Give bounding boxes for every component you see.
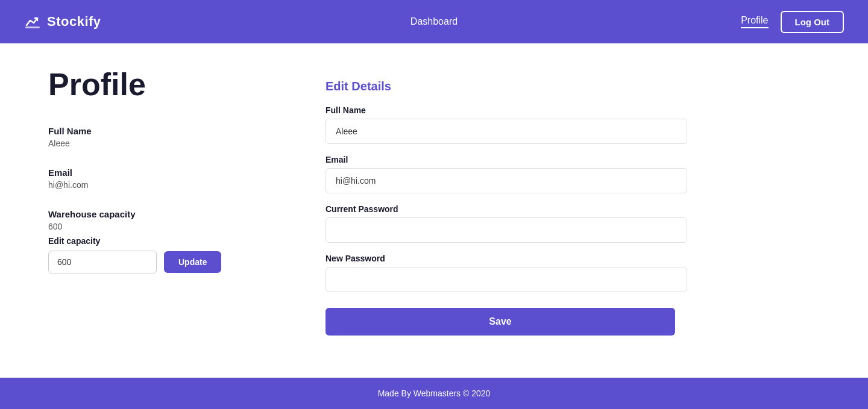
logo-text: Stockify: [47, 14, 101, 30]
svg-rect-0: [25, 27, 40, 28]
email-section: Email hi@hi.com: [48, 167, 301, 190]
footer: Made By Webmasters © 2020: [0, 378, 868, 409]
form-new-password-input[interactable]: [326, 267, 687, 292]
warehouse-section: Warehouse capacity 600 Edit capacity Upd…: [48, 209, 301, 273]
form-current-password-input[interactable]: [326, 217, 687, 243]
warehouse-capacity-label: Warehouse capacity: [48, 209, 301, 219]
save-button[interactable]: Save: [326, 308, 675, 336]
form-current-password-label: Current Password: [326, 204, 687, 214]
edit-details-title: Edit Details: [326, 80, 687, 93]
form-email-input[interactable]: [326, 168, 687, 193]
left-panel: Profile Full Name Aleee Email hi@hi.com …: [48, 67, 301, 354]
form-email-label: Email: [326, 155, 687, 164]
form-full-name-label: Full Name: [326, 105, 687, 115]
email-label: Email: [48, 167, 301, 178]
form-current-password-group: Current Password: [326, 204, 687, 243]
nav-profile-link[interactable]: Profile: [741, 15, 768, 28]
form-full-name-input[interactable]: [326, 119, 687, 144]
form-full-name-group: Full Name: [326, 105, 687, 144]
form-new-password-group: New Password: [326, 254, 687, 292]
navbar-logo-area: Stockify: [24, 13, 101, 30]
edit-capacity-label: Edit capacity: [48, 236, 301, 246]
stockify-logo-icon: [24, 13, 41, 30]
update-button[interactable]: Update: [164, 251, 221, 273]
right-panel: Edit Details Full Name Email Current Pas…: [326, 67, 687, 354]
full-name-value: Aleee: [48, 139, 301, 148]
navbar-right: Profile Log Out: [741, 11, 844, 33]
capacity-row: Update: [48, 251, 301, 273]
page-title: Profile: [48, 67, 301, 102]
nav-dashboard-link[interactable]: Dashboard: [406, 14, 462, 29]
full-name-label: Full Name: [48, 126, 301, 136]
capacity-input[interactable]: [48, 251, 157, 273]
logout-button[interactable]: Log Out: [781, 11, 844, 33]
footer-text: Made By Webmasters © 2020: [378, 389, 491, 398]
form-email-group: Email: [326, 155, 687, 193]
navbar-center: Dashboard: [406, 16, 462, 27]
warehouse-capacity-value: 600: [48, 222, 301, 231]
main-content: Profile Full Name Aleee Email hi@hi.com …: [0, 43, 868, 378]
navbar: Stockify Dashboard Profile Log Out: [0, 0, 868, 43]
full-name-section: Full Name Aleee: [48, 126, 301, 148]
email-value: hi@hi.com: [48, 180, 301, 190]
form-new-password-label: New Password: [326, 254, 687, 263]
